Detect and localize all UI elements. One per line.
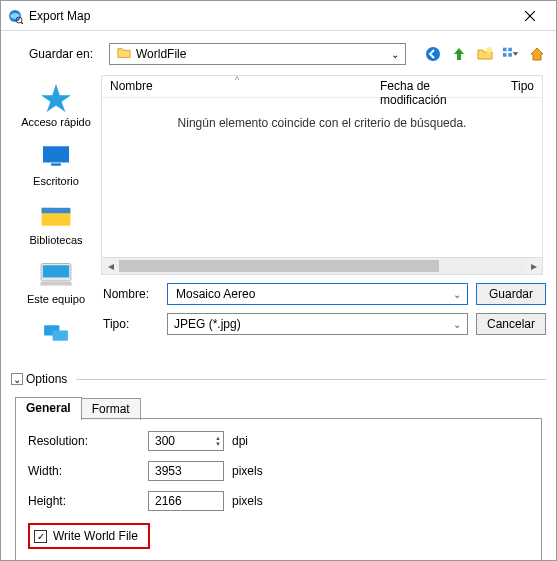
- file-list-pane: ^ Nombre Fecha de modificación Tipo Ning…: [101, 75, 543, 275]
- svg-line-2: [21, 22, 23, 24]
- back-icon[interactable]: [424, 45, 442, 63]
- write-world-file-checkbox[interactable]: ✓: [34, 530, 47, 543]
- view-menu-icon[interactable]: [502, 45, 520, 63]
- filetype-dropdown[interactable]: JPEG (*.jpg) ⌄: [167, 313, 468, 335]
- general-panel: Resolution: ▲ ▼ dpi Width: pixels He: [15, 418, 542, 561]
- width-field[interactable]: [148, 461, 224, 481]
- resolution-spinner[interactable]: ▲ ▼: [215, 435, 221, 447]
- svg-marker-11: [41, 84, 71, 112]
- svg-point-6: [486, 47, 492, 53]
- scroll-thumb[interactable]: [119, 260, 439, 272]
- height-row: Height: pixels: [28, 491, 529, 511]
- height-input[interactable]: [153, 493, 203, 509]
- resolution-unit: dpi: [232, 434, 272, 448]
- scroll-left-button[interactable]: ◂: [102, 258, 119, 275]
- sort-indicator-icon: ^: [235, 75, 239, 85]
- write-world-file-highlight: ✓ Write World File: [28, 523, 150, 549]
- nav-network[interactable]: [16, 313, 96, 360]
- titlebar: Export Map: [1, 1, 556, 31]
- save-button[interactable]: Guardar: [476, 283, 546, 305]
- write-world-file-label: Write World File: [53, 529, 138, 543]
- this-pc-icon: [35, 258, 77, 290]
- width-input[interactable]: [153, 463, 203, 479]
- network-icon: [35, 317, 77, 349]
- svg-rect-12: [43, 146, 69, 162]
- file-list-header[interactable]: ^ Nombre Fecha de modificación Tipo: [102, 76, 542, 98]
- folder-icon: [116, 46, 132, 63]
- width-label: Width:: [28, 464, 148, 478]
- chevron-down-icon: ⌄: [391, 49, 399, 60]
- empty-message: Ningún elemento coincide con el criterio…: [102, 116, 542, 130]
- filename-input[interactable]: [174, 286, 453, 302]
- nav-libraries[interactable]: Bibliotecas: [16, 195, 96, 254]
- options-tabs: General Format: [15, 397, 546, 419]
- chevron-down-icon[interactable]: ⌄: [453, 319, 461, 330]
- width-unit: pixels: [232, 464, 272, 478]
- up-icon[interactable]: [450, 45, 468, 63]
- svg-rect-19: [53, 330, 68, 340]
- new-folder-icon[interactable]: [476, 45, 494, 63]
- nav-this-pc[interactable]: Este equipo: [16, 254, 96, 313]
- svg-point-5: [426, 47, 440, 61]
- filetype-value: JPEG (*.jpg): [174, 317, 241, 331]
- options-toggle-bar: ⌄ Options: [11, 372, 546, 386]
- resolution-field[interactable]: ▲ ▼: [148, 431, 224, 451]
- scroll-right-button[interactable]: ▸: [525, 258, 542, 275]
- scroll-track[interactable]: [119, 258, 525, 274]
- save-in-dropdown[interactable]: WorldFile ⌄: [109, 43, 406, 65]
- filetype-row: Tipo: JPEG (*.jpg) ⌄ Cancelar: [101, 313, 546, 335]
- separator: [76, 379, 546, 380]
- toolbar-icons: [424, 45, 546, 63]
- col-type[interactable]: Tipo: [502, 76, 542, 97]
- tab-general[interactable]: General: [15, 397, 82, 419]
- desktop-icon: [35, 140, 77, 172]
- svg-rect-7: [503, 48, 507, 52]
- home-icon[interactable]: [528, 45, 546, 63]
- svg-rect-9: [503, 53, 507, 57]
- height-field[interactable]: [148, 491, 224, 511]
- svg-rect-10: [508, 53, 512, 57]
- svg-rect-14: [42, 208, 71, 213]
- spin-down-icon[interactable]: ▼: [215, 441, 221, 447]
- tab-format[interactable]: Format: [81, 398, 141, 420]
- svg-rect-17: [40, 282, 72, 286]
- filetype-label: Tipo:: [101, 317, 159, 331]
- nav-quick-access[interactable]: Acceso rápido: [16, 77, 96, 136]
- export-map-dialog: Export Map Guardar en: WorldFile ⌄: [0, 0, 557, 561]
- resolution-row: Resolution: ▲ ▼ dpi: [28, 431, 529, 451]
- libraries-icon: [35, 199, 77, 231]
- width-row: Width: pixels: [28, 461, 529, 481]
- nav-desktop[interactable]: Escritorio: [16, 136, 96, 195]
- svg-rect-16: [43, 265, 69, 277]
- filename-label: Nombre:: [101, 287, 159, 301]
- app-icon: [7, 8, 23, 24]
- height-unit: pixels: [232, 494, 272, 508]
- col-name[interactable]: ^ Nombre: [102, 76, 372, 97]
- close-button[interactable]: [510, 1, 550, 31]
- places-bar: Acceso rápido Escritorio: [11, 75, 101, 360]
- col-modified[interactable]: Fecha de modificación: [372, 76, 502, 97]
- resolution-input[interactable]: [153, 433, 203, 449]
- save-in-label: Guardar en:: [29, 47, 101, 61]
- cancel-button[interactable]: Cancelar: [476, 313, 546, 335]
- chevron-down-icon[interactable]: ⌄: [453, 289, 461, 300]
- quick-access-icon: [35, 81, 77, 113]
- filename-row: Nombre: ⌄ Guardar: [101, 283, 546, 305]
- options-collapse-button[interactable]: ⌄: [11, 373, 23, 385]
- svg-rect-8: [508, 48, 512, 52]
- height-label: Height:: [28, 494, 148, 508]
- save-in-value: WorldFile: [136, 47, 186, 61]
- options-label: Options: [26, 372, 67, 386]
- save-in-row: Guardar en: WorldFile ⌄: [29, 43, 546, 65]
- window-title: Export Map: [29, 9, 510, 23]
- horizontal-scrollbar[interactable]: ◂ ▸: [102, 257, 542, 274]
- svg-rect-13: [51, 163, 61, 165]
- resolution-label: Resolution:: [28, 434, 148, 448]
- filename-field[interactable]: ⌄: [167, 283, 468, 305]
